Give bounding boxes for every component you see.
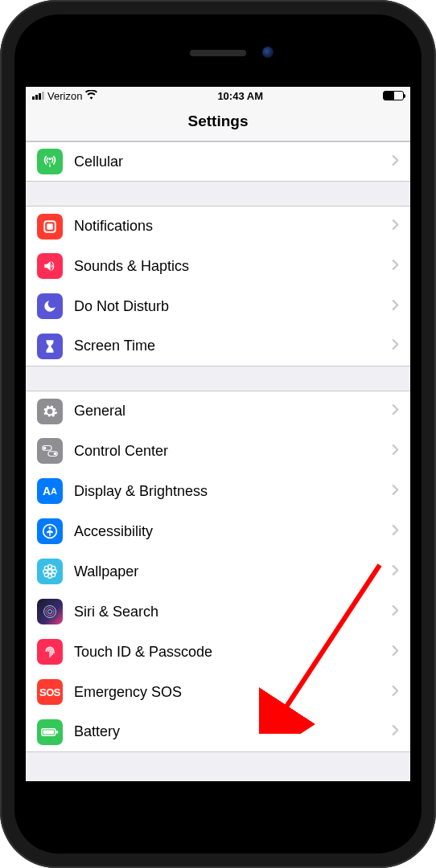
toggles-icon bbox=[37, 438, 63, 464]
chevron-right-icon bbox=[392, 564, 399, 579]
notifications-icon bbox=[37, 214, 63, 240]
hourglass-icon bbox=[37, 334, 63, 359]
svg-point-19 bbox=[48, 610, 52, 614]
settings-row-notifications[interactable]: Notifications bbox=[26, 206, 410, 246]
chevron-right-icon bbox=[392, 259, 399, 274]
row-label: General bbox=[74, 403, 392, 420]
row-label: Battery bbox=[74, 723, 392, 740]
carrier-label: Verizon bbox=[47, 90, 82, 102]
chevron-right-icon bbox=[392, 685, 399, 700]
settings-row-touchid[interactable]: Touch ID & Passcode bbox=[26, 632, 410, 672]
battery-icon bbox=[37, 719, 63, 745]
svg-point-7 bbox=[48, 526, 51, 529]
svg-point-5 bbox=[54, 452, 57, 456]
battery-status-icon bbox=[383, 91, 404, 100]
phone-frame: Verizon 10:43 AM Settings CellularNotifi… bbox=[0, 0, 436, 868]
sos-icon: SOS bbox=[37, 679, 63, 705]
chevron-right-icon bbox=[392, 724, 399, 739]
cellular-signal-icon bbox=[32, 92, 44, 100]
chevron-right-icon bbox=[392, 338, 399, 354]
settings-row-dnd[interactable]: Do Not Disturb bbox=[26, 286, 410, 326]
antenna-icon bbox=[37, 149, 63, 174]
row-label: Sounds & Haptics bbox=[74, 258, 392, 275]
nav-header: Settings bbox=[26, 104, 410, 141]
settings-row-sos[interactable]: SOSEmergency SOS bbox=[26, 672, 410, 712]
row-label: Siri & Search bbox=[74, 604, 392, 620]
page-title: Settings bbox=[26, 113, 410, 130]
svg-rect-1 bbox=[47, 223, 53, 230]
settings-group: NotificationsSounds & HapticsDo Not Dist… bbox=[26, 206, 410, 366]
chevron-right-icon bbox=[392, 524, 399, 539]
text-size-icon: AA bbox=[37, 478, 63, 504]
settings-row-control-center[interactable]: Control Center bbox=[26, 431, 410, 471]
phone-bezel: Verizon 10:43 AM Settings CellularNotifi… bbox=[14, 14, 422, 854]
settings-row-general[interactable]: General bbox=[26, 391, 410, 431]
speaker-icon bbox=[37, 253, 63, 279]
row-label: Wallpaper bbox=[74, 563, 392, 580]
screen: Verizon 10:43 AM Settings CellularNotifi… bbox=[26, 87, 410, 781]
chevron-right-icon bbox=[392, 444, 399, 459]
settings-row-accessibility[interactable]: Accessibility bbox=[26, 511, 410, 551]
moon-icon bbox=[37, 293, 63, 319]
settings-row-sounds[interactable]: Sounds & Haptics bbox=[26, 246, 410, 286]
row-label: Touch ID & Passcode bbox=[74, 644, 392, 661]
settings-row-wallpaper[interactable]: Wallpaper bbox=[26, 551, 410, 592]
row-label: Accessibility bbox=[74, 523, 392, 540]
chevron-right-icon bbox=[392, 299, 399, 314]
svg-point-8 bbox=[48, 570, 52, 574]
settings-row-screentime[interactable]: Screen Time bbox=[26, 326, 410, 366]
row-label: Screen Time bbox=[74, 338, 392, 354]
row-label: Display & Brightness bbox=[74, 483, 392, 500]
chevron-right-icon bbox=[392, 403, 399, 419]
row-label: Cellular bbox=[74, 154, 392, 170]
chevron-right-icon bbox=[392, 484, 399, 499]
row-label: Emergency SOS bbox=[74, 684, 392, 701]
settings-row-battery[interactable]: Battery bbox=[26, 712, 410, 752]
clock: 10:43 AM bbox=[217, 90, 263, 102]
svg-rect-21 bbox=[43, 730, 55, 734]
svg-rect-22 bbox=[56, 731, 59, 733]
svg-point-3 bbox=[43, 447, 47, 450]
settings-group: Cellular bbox=[26, 141, 410, 182]
chevron-right-icon bbox=[392, 604, 399, 620]
row-label: Control Center bbox=[74, 443, 392, 460]
settings-group: GeneralControl CenterAADisplay & Brightn… bbox=[26, 391, 410, 752]
row-label: Do Not Disturb bbox=[74, 298, 392, 315]
gear-icon bbox=[37, 399, 63, 424]
svg-point-18 bbox=[46, 608, 54, 616]
row-label: Notifications bbox=[74, 218, 392, 235]
chevron-right-icon bbox=[392, 645, 399, 660]
chevron-right-icon bbox=[392, 154, 399, 170]
settings-list: CellularNotificationsSounds & HapticsDo … bbox=[26, 141, 410, 781]
settings-row-display[interactable]: AADisplay & Brightness bbox=[26, 471, 410, 511]
chevron-right-icon bbox=[392, 219, 399, 234]
front-camera bbox=[262, 47, 274, 58]
status-bar: Verizon 10:43 AM bbox=[26, 87, 410, 104]
settings-row-siri[interactable]: Siri & Search bbox=[26, 592, 410, 632]
fingerprint-icon bbox=[37, 639, 63, 665]
siri-icon bbox=[37, 599, 63, 624]
speaker-grille bbox=[190, 50, 246, 56]
flower-icon bbox=[37, 559, 63, 584]
accessibility-icon bbox=[37, 518, 63, 544]
settings-row-cellular[interactable]: Cellular bbox=[26, 141, 410, 182]
wifi-icon bbox=[85, 90, 97, 102]
